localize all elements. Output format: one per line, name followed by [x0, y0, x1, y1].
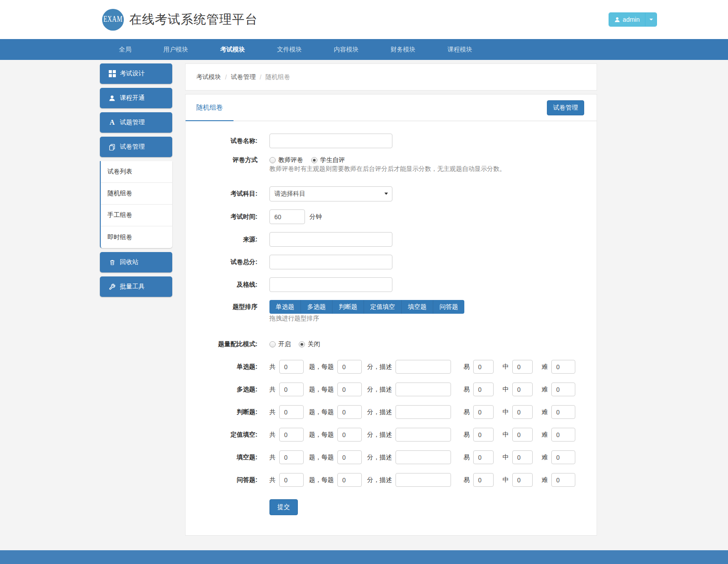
hard-input[interactable] [551, 405, 575, 419]
score-input[interactable] [337, 383, 362, 396]
radio-student-self-grading[interactable]: 学生自评 [311, 156, 345, 164]
desc-input[interactable] [396, 473, 451, 487]
mid-input[interactable] [512, 405, 533, 419]
user-menu: admin [609, 12, 657, 27]
subject-select[interactable]: 请选择科目 [269, 186, 392, 201]
desc-input[interactable] [396, 450, 451, 464]
easy-input[interactable] [473, 450, 494, 464]
nav-item-content-module[interactable]: 内容模块 [318, 39, 375, 60]
hard-input[interactable] [551, 450, 575, 464]
mid-input[interactable] [512, 383, 533, 396]
page-title: 在线考试系统管理平台 [129, 11, 258, 28]
sidebar-item-label: 课程开通 [120, 94, 145, 102]
submenu-item-manual-paper[interactable]: 手工组卷 [101, 205, 172, 226]
radio-teacher-grading[interactable]: 教师评卷 [269, 156, 303, 164]
desc-input[interactable] [396, 360, 451, 374]
sidebar-item-recycle-bin[interactable]: 回收站 [100, 252, 172, 272]
radio-ratio-on[interactable]: 开启 [269, 340, 291, 348]
mid-input[interactable] [512, 428, 533, 442]
ratio-mode-label: 题量配比模式: [186, 340, 257, 348]
user-dropdown-toggle[interactable] [645, 13, 657, 26]
score-input[interactable] [337, 450, 362, 464]
paper-manage-button[interactable]: 试卷管理 [547, 100, 584, 115]
score-input[interactable] [337, 360, 362, 374]
breadcrumb-exam-module[interactable]: 考试模块 [196, 73, 221, 81]
trash-icon [108, 259, 116, 266]
pass-line-input[interactable] [269, 277, 392, 292]
count-input[interactable] [279, 428, 304, 442]
breadcrumb-paper-manage[interactable]: 试卷管理 [231, 73, 256, 81]
radio-ratio-off[interactable]: 关闭 [299, 340, 320, 348]
mid-input[interactable] [512, 360, 533, 374]
count-input[interactable] [279, 360, 304, 374]
order-btn-multi-choice[interactable]: 多选题 [301, 300, 332, 314]
mid-text: 中 [502, 431, 509, 439]
submit-button[interactable]: 提交 [269, 499, 298, 515]
easy-input[interactable] [473, 360, 494, 374]
hard-input[interactable] [551, 360, 575, 374]
hard-input[interactable] [551, 473, 575, 487]
quota-row-label: 问答题: [186, 476, 257, 484]
hard-input[interactable] [551, 383, 575, 396]
radio-label: 学生自评 [320, 156, 345, 164]
radio-icon [311, 157, 317, 163]
submenu-item-random-paper[interactable]: 随机组卷 [101, 183, 172, 205]
sidebar-item-question-manage[interactable]: A 试题管理 [100, 112, 172, 133]
copy-icon [108, 143, 116, 150]
nav-item-finance-module[interactable]: 财务模块 [375, 39, 431, 60]
select-caret-icon [384, 193, 388, 195]
score-unit-text: 分，描述 [367, 386, 392, 394]
sidebar-item-paper-manage[interactable]: 试卷管理 [100, 137, 172, 157]
sidebar-item-label: 试题管理 [120, 118, 145, 126]
count-unit-text: 题，每题 [309, 431, 334, 439]
score-input[interactable] [337, 405, 362, 419]
count-input[interactable] [279, 450, 304, 464]
mid-input[interactable] [512, 473, 533, 487]
hard-input[interactable] [551, 428, 575, 442]
breadcrumb: 考试模块 / 试卷管理 / 随机组卷 [185, 63, 597, 91]
nav-item-course-module[interactable]: 课程模块 [431, 39, 488, 60]
question-order-label: 题型排序 [186, 303, 257, 311]
panel-header: 随机组卷 试卷管理 [186, 95, 597, 121]
tab-random-paper[interactable]: 随机组卷 [186, 95, 233, 121]
count-input[interactable] [279, 383, 304, 396]
sidebar-item-batch-tools[interactable]: 批量工具 [100, 276, 172, 297]
desc-input[interactable] [396, 405, 451, 419]
mid-input[interactable] [512, 450, 533, 464]
count-input[interactable] [279, 473, 304, 487]
submenu-item-paper-list[interactable]: 试卷列表 [101, 161, 172, 183]
desc-input[interactable] [396, 428, 451, 442]
count-input[interactable] [279, 405, 304, 419]
order-btn-essay[interactable]: 问答题 [433, 300, 464, 314]
source-input[interactable] [269, 232, 392, 247]
nav-item-user-module[interactable]: 用户模块 [147, 39, 204, 60]
order-btn-true-false[interactable]: 判断题 [332, 300, 364, 314]
order-btn-single-choice[interactable]: 单选题 [269, 300, 301, 314]
chevron-down-icon [649, 19, 653, 20]
nav-item-file-module[interactable]: 文件模块 [261, 39, 318, 60]
score-input[interactable] [337, 473, 362, 487]
paper-name-input[interactable] [269, 134, 392, 148]
easy-input[interactable] [473, 405, 494, 419]
order-btn-fixed-blank[interactable]: 定值填空 [364, 300, 402, 314]
total-score-input[interactable] [269, 255, 392, 269]
duration-input[interactable] [269, 209, 305, 224]
easy-input[interactable] [473, 383, 494, 396]
submenu-item-instant-paper[interactable]: 即时组卷 [101, 226, 172, 248]
pass-line-label: 及格线: [186, 281, 257, 289]
count-unit-text: 题，每题 [309, 408, 334, 416]
sidebar-item-exam-design[interactable]: 考试设计 [100, 63, 172, 84]
score-input[interactable] [337, 428, 362, 442]
total-text: 共 [269, 476, 276, 484]
easy-input[interactable] [473, 428, 494, 442]
nav-item-global[interactable]: 全局 [103, 39, 147, 60]
grading-help-text: 教师评卷时有主观题则需要教师在后台评分后才能显示分数，无主观题自动显示分数。 [269, 165, 586, 173]
easy-input[interactable] [473, 473, 494, 487]
sidebar-item-course-open[interactable]: 课程开通 [100, 88, 172, 108]
nav-item-exam-module[interactable]: 考试模块 [204, 39, 261, 60]
desc-input[interactable] [396, 383, 451, 396]
easy-text: 易 [463, 431, 470, 439]
count-unit-text: 题，每题 [309, 363, 334, 371]
user-button[interactable]: admin [609, 13, 645, 26]
order-btn-fill-blank[interactable]: 填空题 [402, 300, 433, 314]
